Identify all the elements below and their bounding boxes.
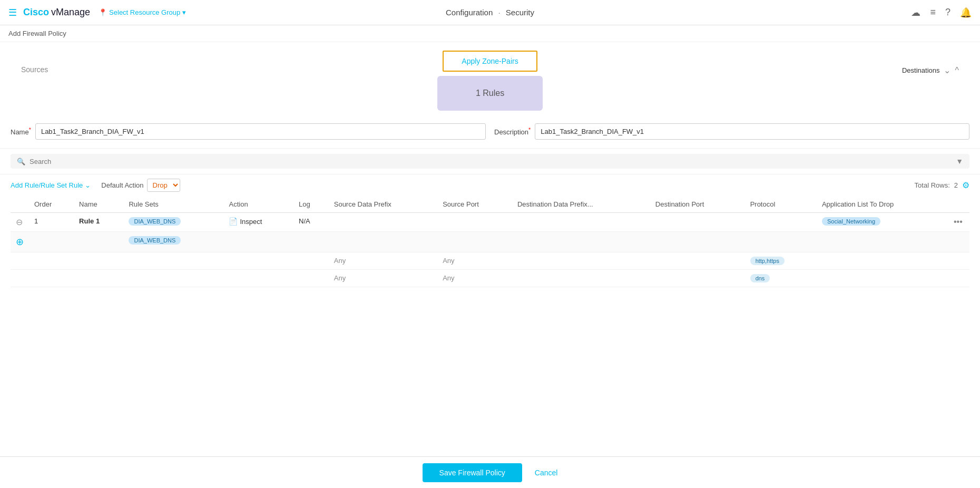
table-row: ⊖ 1 Rule 1 DIA_WEB_DNS 📄 Inspect N/A — [11, 213, 969, 232]
row-source-prefix — [329, 213, 437, 232]
action-inspect-group: 📄 Inspect — [229, 217, 288, 226]
add-rule-button[interactable]: Add Rule/Rule Set Rule ⌄ — [11, 181, 91, 189]
row-rule-sets: DIA_WEB_DNS — [123, 213, 223, 232]
col-name: Name — [74, 196, 123, 213]
protocol-badge-2: dns — [750, 274, 770, 282]
col-source-port: Source Port — [437, 196, 512, 213]
proto-row1-protocol: http,https — [745, 252, 817, 270]
app-list-badge: Social_Networking — [822, 217, 880, 226]
toolbar-right: Total Rows: 2 ⚙ — [915, 180, 969, 190]
table-body: ⊖ 1 Rule 1 DIA_WEB_DNS 📄 Inspect N/A — [11, 213, 969, 287]
destinations-area: Destinations ⌄ ^ — [896, 51, 959, 75]
page-title-nav: Configuration · Security — [446, 8, 534, 17]
proto-row2-src-port: Any — [437, 270, 512, 287]
sources-label: Sources — [21, 51, 84, 74]
protocol-badge-1: http,https — [750, 257, 785, 265]
name-field-group: Name* — [11, 123, 486, 140]
add-rule-label: Add Rule/Rule Set Rule — [11, 181, 83, 189]
action-label: Inspect — [240, 218, 262, 226]
col-order: Order — [29, 196, 74, 213]
description-label: Description* — [494, 126, 531, 136]
cloud-icon[interactable]: ☁ — [911, 7, 920, 18]
cisco-brand-text: Cisco — [23, 7, 49, 18]
collapse-icon[interactable]: ⌄ — [944, 65, 950, 75]
form-section: Name* Description* — [0, 115, 980, 149]
search-input[interactable] — [30, 158, 952, 165]
col-actions — [948, 196, 969, 213]
default-action-select[interactable]: Drop — [147, 179, 180, 192]
proto-row2-src-prefix: Any — [329, 270, 437, 287]
more-options-button[interactable]: ••• — [954, 217, 963, 227]
table-header: Order Name Rule Sets Action Log Source D… — [11, 196, 969, 213]
row-action: 📄 Inspect — [223, 213, 293, 232]
rules-table: Order Name Rule Sets Action Log Source D… — [11, 196, 969, 287]
save-firewall-policy-button[interactable]: Save Firewall Policy — [423, 463, 522, 482]
name-input[interactable] — [35, 123, 486, 140]
row-protocol — [745, 213, 817, 232]
row-order: 1 — [29, 213, 74, 232]
description-input[interactable] — [535, 123, 969, 140]
top-nav: ☰ Cisco vManage 📍 Select Resource Group … — [0, 0, 980, 25]
apply-zone-pairs-button[interactable]: Apply Zone-Pairs — [443, 51, 537, 72]
row-source-port — [437, 213, 512, 232]
search-section: 🔍 ▼ — [0, 149, 980, 174]
rules-badge[interactable]: 1 Rules — [437, 76, 543, 111]
resource-group-selector[interactable]: 📍 Select Resource Group ▾ — [99, 8, 186, 16]
col-protocol: Protocol — [745, 196, 817, 213]
total-rows-label: Total Rows: — [915, 181, 950, 189]
help-icon[interactable]: ? — [945, 7, 950, 18]
row-dest-prefix — [512, 213, 650, 232]
filter-icon[interactable]: ▼ — [956, 157, 963, 165]
proto-row1-src-port: Any — [437, 252, 512, 270]
protocol-row-2: Any Any dns — [11, 270, 969, 287]
row-more-menu: ••• — [948, 213, 969, 232]
rule-set-badge: DIA_WEB_DNS — [129, 217, 181, 226]
menu-icon[interactable]: ≡ — [930, 7, 936, 18]
add-firewall-label: Add Firewall Policy — [8, 30, 66, 37]
resource-group-label: Select Resource Group — [109, 8, 180, 16]
default-action-group: Default Action Drop — [101, 179, 180, 192]
security-label: Security — [506, 8, 534, 17]
rules-table-container: Order Name Rule Sets Action Log Source D… — [0, 196, 980, 287]
row-collapse-icon[interactable]: ⊖ — [16, 218, 23, 227]
destinations-label: Destinations — [902, 66, 940, 74]
cancel-button[interactable]: Cancel — [535, 469, 558, 477]
hamburger-menu-icon[interactable]: ☰ — [8, 7, 17, 18]
search-icon: 🔍 — [17, 158, 25, 165]
zone-pair-section: Sources Apply Zone-Pairs 1 Rules Destina… — [0, 42, 980, 115]
brand-logo: Cisco vManage — [23, 7, 90, 18]
inspect-icon: 📄 — [229, 217, 238, 226]
pin-icon: 📍 — [99, 8, 107, 16]
expand-icon[interactable]: ^ — [955, 66, 959, 75]
add-rule-arrow-icon: ⌄ — [85, 181, 91, 189]
settings-icon[interactable]: ⚙ — [962, 180, 969, 190]
description-field-group: Description* — [494, 123, 969, 140]
row-app-list: Social_Networking — [817, 213, 948, 232]
table-sub-row: ⊕ DIA_WEB_DNS — [11, 232, 969, 252]
proto-row2-protocol: dns — [745, 270, 817, 287]
col-expand — [11, 196, 29, 213]
row-dest-port — [650, 213, 745, 232]
resource-group-arrow-icon: ▾ — [182, 8, 186, 16]
footer: Save Firewall Policy Cancel — [0, 456, 980, 488]
nav-right-icons: ☁ ≡ ? 🔔 — [911, 7, 972, 18]
col-rule-sets: Rule Sets — [123, 196, 223, 213]
zone-center-area: Apply Zone-Pairs 1 Rules — [437, 51, 543, 111]
col-log: Log — [293, 196, 329, 213]
sub-rule-set-badge: DIA_WEB_DNS — [129, 236, 181, 245]
col-app-list: Application List To Drop — [817, 196, 948, 213]
toolbar-section: Add Rule/Rule Set Rule ⌄ Default Action … — [0, 174, 980, 196]
config-label: Configuration — [446, 8, 493, 17]
bell-icon[interactable]: 🔔 — [960, 7, 972, 18]
proto-row1-src-prefix: Any — [329, 252, 437, 270]
sub-rule-set: DIA_WEB_DNS — [123, 232, 223, 252]
col-dest-port: Destination Port — [650, 196, 745, 213]
dot-separator: · — [498, 8, 500, 17]
protocol-row-1: Any Any http,https — [11, 252, 969, 270]
col-source-data-prefix: Source Data Prefix — [329, 196, 437, 213]
vmanage-brand-text: vManage — [51, 7, 90, 18]
sub-row-expand-icon[interactable]: ⊕ — [16, 237, 24, 247]
row-log: N/A — [293, 213, 329, 232]
col-dest-data-prefix: Destination Data Prefix... — [512, 196, 650, 213]
default-action-label: Default Action — [101, 181, 143, 189]
